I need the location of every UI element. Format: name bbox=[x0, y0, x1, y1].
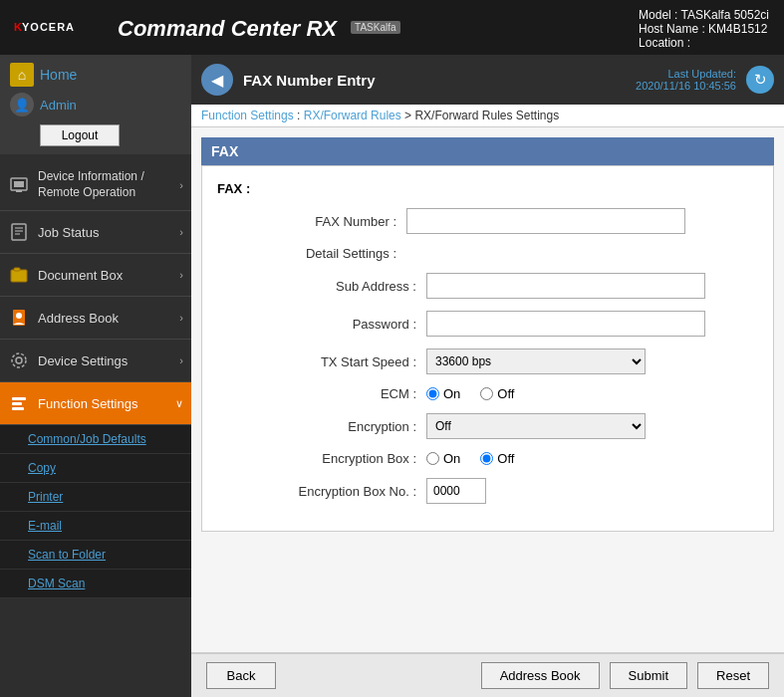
breadcrumb-part1[interactable]: Function Settings bbox=[201, 109, 294, 122]
bottom-right-buttons: Address Book Submit Reset bbox=[481, 662, 769, 689]
svg-text:YOCERA: YOCERA bbox=[22, 21, 75, 33]
logo-area: K YOCERA Command Center RX TASKalfa bbox=[10, 11, 400, 44]
encryption-box-label: Encryption Box : bbox=[237, 451, 416, 466]
sidebar-item-job-status-label: Job Status bbox=[38, 225, 99, 240]
encryption-box-off-label[interactable]: Off bbox=[480, 451, 514, 466]
subnav-email[interactable]: E-mail bbox=[0, 512, 191, 541]
detail-settings-label: Detail Settings : bbox=[217, 246, 396, 261]
sub-address-control bbox=[426, 273, 725, 299]
svg-rect-5 bbox=[16, 190, 22, 192]
subnav-scan-to-folder[interactable]: Scan to Folder bbox=[0, 541, 191, 570]
breadcrumb: Function Settings : RX/Forward Rules > R… bbox=[191, 105, 784, 127]
last-updated-label: Last Updated: bbox=[668, 68, 737, 80]
encryption-label: Encryption : bbox=[237, 419, 416, 434]
sidebar-item-device-info[interactable]: Device Information /Remote Operation bbox=[0, 159, 191, 211]
sub-address-row: Sub Address : bbox=[237, 273, 758, 299]
sidebar-item-document-box-label: Document Box bbox=[38, 268, 123, 283]
device-info-icon bbox=[8, 174, 30, 196]
encryption-box-off-text: Off bbox=[497, 451, 514, 466]
back-circle-button[interactable]: ◀ bbox=[201, 64, 233, 96]
logout-button[interactable]: Logout bbox=[40, 124, 120, 146]
password-control bbox=[426, 311, 725, 337]
subnav-common-job-defaults[interactable]: Common/Job Defaults bbox=[0, 425, 191, 454]
ecm-off-label[interactable]: Off bbox=[480, 386, 514, 401]
password-input[interactable] bbox=[426, 311, 705, 337]
svg-rect-17 bbox=[12, 397, 26, 400]
sub-address-label: Sub Address : bbox=[237, 279, 416, 294]
refresh-button[interactable]: ↻ bbox=[746, 66, 774, 94]
encryption-box-off-radio[interactable] bbox=[480, 452, 493, 465]
device-info: Model : TASKalfa 5052ci Host Name : KM4B… bbox=[639, 8, 769, 50]
device-settings-icon bbox=[8, 349, 30, 371]
reset-button[interactable]: Reset bbox=[697, 662, 769, 689]
main-content: ◀ FAX Number Entry Last Updated: 2020/11… bbox=[191, 55, 784, 697]
admin-icon: 👤 bbox=[10, 93, 34, 116]
encryption-control: Off On bbox=[426, 413, 725, 439]
sidebar-item-address-book[interactable]: Address Book bbox=[0, 297, 191, 340]
home-link[interactable]: ⌂ Home bbox=[10, 63, 181, 87]
sidebar-item-document-box[interactable]: Document Box bbox=[0, 254, 191, 297]
header: K YOCERA Command Center RX TASKalfa Mode… bbox=[0, 0, 784, 55]
admin-row: 👤 Admin bbox=[10, 93, 181, 116]
encryption-box-no-input[interactable] bbox=[426, 478, 486, 504]
breadcrumb-sep1: : bbox=[297, 109, 304, 122]
password-label: Password : bbox=[237, 317, 416, 332]
svg-rect-19 bbox=[12, 407, 24, 410]
sidebar-item-device-info-label: Device Information /Remote Operation bbox=[38, 169, 144, 200]
tx-start-speed-control: 33600 bps 14400 bps 9600 bps 7200 bps 48… bbox=[426, 348, 725, 374]
sidebar-item-job-status[interactable]: Job Status bbox=[0, 211, 191, 254]
app-title: Command Center RX bbox=[118, 12, 337, 43]
fax-number-row: FAX Number : bbox=[217, 208, 758, 234]
encryption-select[interactable]: Off On bbox=[426, 413, 646, 439]
encryption-box-no-row: Encryption Box No. : bbox=[237, 478, 758, 504]
subnav-dsm-scan[interactable]: DSM Scan bbox=[0, 570, 191, 598]
top-bar: ◀ FAX Number Entry Last Updated: 2020/11… bbox=[191, 55, 784, 105]
function-settings-arrow: ∨ bbox=[175, 397, 183, 410]
home-label: Home bbox=[40, 67, 77, 83]
submit-button[interactable]: Submit bbox=[610, 662, 687, 689]
sidebar-item-device-settings[interactable]: Device Settings bbox=[0, 340, 191, 382]
encryption-box-on-radio[interactable] bbox=[426, 452, 439, 465]
svg-rect-4 bbox=[14, 181, 24, 187]
section-title: FAX bbox=[201, 137, 774, 165]
encryption-box-no-label: Encryption Box No. : bbox=[237, 484, 416, 499]
fax-label: FAX : bbox=[217, 181, 758, 196]
sidebar-nav: Device Information /Remote Operation Job… bbox=[0, 159, 191, 598]
password-row: Password : bbox=[237, 311, 758, 337]
svg-rect-10 bbox=[11, 270, 27, 282]
tx-start-speed-select[interactable]: 33600 bps 14400 bps 9600 bps 7200 bps 48… bbox=[426, 348, 646, 374]
breadcrumb-part2[interactable]: RX/Forward Rules bbox=[304, 109, 401, 122]
encryption-box-on-text: On bbox=[443, 451, 460, 466]
sidebar-top: ⌂ Home 👤 Admin Logout bbox=[0, 55, 191, 154]
device-settings-arrow bbox=[179, 354, 183, 366]
sub-address-input[interactable] bbox=[426, 273, 705, 299]
model-label: Model : TASKalfa 5052ci bbox=[639, 8, 769, 22]
svg-rect-18 bbox=[12, 402, 22, 405]
encryption-box-on-label[interactable]: On bbox=[426, 451, 460, 466]
sidebar-item-function-settings[interactable]: Function Settings ∨ bbox=[0, 382, 191, 425]
hostname-label: Host Name : KM4B1512 bbox=[639, 22, 769, 36]
svg-rect-12 bbox=[14, 268, 20, 271]
fax-number-input[interactable] bbox=[406, 208, 685, 234]
encryption-box-no-control bbox=[426, 478, 725, 504]
kyocera-logo: K YOCERA bbox=[10, 11, 100, 44]
svg-point-14 bbox=[16, 313, 22, 319]
breadcrumb-part3: RX/Forward Rules Settings bbox=[414, 109, 559, 122]
subnav-copy[interactable]: Copy bbox=[0, 454, 191, 483]
ecm-on-label[interactable]: On bbox=[426, 386, 460, 401]
address-book-button[interactable]: Address Book bbox=[481, 662, 600, 689]
sidebar: ⌂ Home 👤 Admin Logout Device Information… bbox=[0, 55, 191, 697]
subnav-printer[interactable]: Printer bbox=[0, 483, 191, 512]
ecm-off-radio[interactable] bbox=[480, 387, 493, 400]
fax-number-label: FAX Number : bbox=[217, 214, 396, 229]
svg-rect-6 bbox=[12, 224, 26, 240]
function-settings-icon bbox=[8, 392, 30, 414]
function-settings-subnav: Common/Job Defaults Copy Printer E-mail … bbox=[0, 425, 191, 598]
ecm-on-radio[interactable] bbox=[426, 387, 439, 400]
tx-start-speed-label: TX Start Speed : bbox=[237, 354, 416, 369]
back-button[interactable]: Back bbox=[206, 662, 276, 689]
content-area: FAX FAX : FAX Number : Detail Settings :… bbox=[191, 127, 784, 652]
encryption-box-row: Encryption Box : On Off bbox=[237, 451, 758, 466]
form-panel: FAX : FAX Number : Detail Settings : Sub… bbox=[201, 165, 774, 532]
home-icon: ⌂ bbox=[10, 63, 34, 87]
